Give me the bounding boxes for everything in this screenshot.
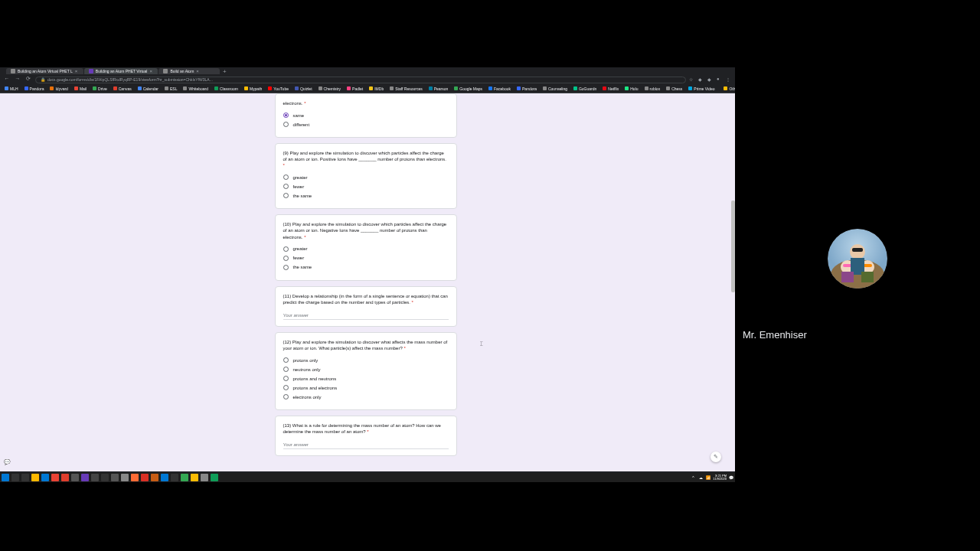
radio-icon[interactable] — [283, 394, 289, 399]
app-icon[interactable] — [171, 474, 178, 481]
tab-2[interactable]: Build an Atom × — [158, 68, 220, 74]
presenter-avatar[interactable] — [828, 229, 887, 289]
bookmark-item[interactable]: Pandora — [23, 86, 46, 91]
app-icon[interactable] — [141, 474, 149, 481]
extension-icon[interactable]: ◆ — [698, 77, 704, 83]
radio-option[interactable]: protons only — [283, 357, 449, 363]
app-icon[interactable] — [111, 474, 119, 481]
back-icon[interactable]: ← — [3, 76, 11, 83]
reload-icon[interactable]: ⟳ — [24, 76, 32, 83]
app-icon[interactable] — [211, 474, 218, 481]
wifi-icon[interactable]: 📶 — [706, 475, 710, 480]
app-icon[interactable] — [201, 474, 208, 481]
radio-icon[interactable] — [283, 174, 289, 180]
start-button[interactable] — [2, 474, 9, 481]
radio-icon[interactable] — [283, 112, 289, 118]
radio-icon[interactable] — [283, 193, 289, 198]
task-view-icon[interactable] — [21, 474, 29, 481]
search-icon[interactable] — [11, 474, 19, 481]
notification-icon[interactable]: 💬 — [729, 475, 733, 480]
bookmark-item[interactable]: roblox — [643, 86, 662, 91]
app-icon[interactable] — [81, 474, 89, 481]
bookmark-item[interactable]: YouTube — [266, 86, 290, 91]
form-scroll[interactable]: electrons. * same different (9) Play and… — [0, 93, 731, 471]
radio-icon[interactable] — [283, 265, 289, 270]
close-icon[interactable]: × — [149, 70, 153, 73]
tab-1[interactable]: Building an Atom PHET Virtual × — [84, 68, 158, 74]
app-icon[interactable] — [61, 474, 69, 481]
forward-icon[interactable]: → — [14, 76, 21, 83]
other-bookmarks[interactable]: Other bookmarks — [722, 86, 735, 91]
radio-icon[interactable] — [283, 367, 289, 372]
bookmark-item[interactable]: Pearson — [427, 86, 450, 91]
app-icon[interactable] — [121, 474, 129, 481]
bookmark-item[interactable]: IMDb — [368, 86, 385, 91]
bookmark-item[interactable]: Classroom — [213, 86, 240, 91]
onedrive-icon[interactable]: ☁ — [699, 475, 704, 480]
bookmark-item[interactable]: ESL — [163, 86, 178, 91]
radio-option[interactable]: neutrons only — [283, 367, 449, 372]
app-icon[interactable] — [161, 474, 168, 481]
radio-option[interactable]: the same — [283, 193, 449, 198]
tab-0[interactable]: Building an Atom Virtual PHET L × — [6, 68, 83, 74]
bookmark-item[interactable]: Chemistry — [317, 86, 343, 91]
radio-icon[interactable] — [283, 122, 289, 127]
app-icon[interactable] — [131, 474, 139, 481]
app-icon[interactable] — [151, 474, 158, 481]
app-icon[interactable] — [181, 474, 188, 481]
new-tab-button[interactable]: + — [220, 68, 228, 75]
bookmark-item[interactable]: Drive — [91, 86, 109, 91]
bookmark-item[interactable]: Canvas — [112, 86, 133, 91]
app-icon[interactable] — [191, 474, 198, 481]
bookmark-item[interactable]: Quizlet — [293, 86, 314, 91]
bookmark-item[interactable]: Padlet — [345, 86, 364, 91]
radio-option[interactable]: greater — [283, 246, 449, 252]
radio-option[interactable]: electrons only — [283, 394, 449, 399]
bookmark-item[interactable]: Mail — [73, 86, 88, 91]
bookmark-item[interactable]: Facebook — [487, 86, 512, 91]
radio-option[interactable]: the same — [283, 265, 449, 270]
bookmark-item[interactable]: Prime Video — [687, 86, 716, 91]
bookmark-item[interactable]: GoGuardn — [572, 86, 598, 91]
app-icon[interactable] — [101, 474, 109, 481]
radio-icon[interactable] — [283, 357, 289, 363]
radio-icon[interactable] — [283, 376, 289, 381]
answer-input[interactable]: Your answer — [283, 311, 449, 320]
bookmark-item[interactable]: Chess — [665, 86, 684, 91]
bookmark-item[interactable]: MLH — [3, 86, 20, 91]
radio-icon[interactable] — [283, 256, 289, 261]
bookmark-item[interactable]: Idyvard — [48, 86, 69, 91]
bookmark-item[interactable]: Counseling — [541, 86, 569, 91]
url-input[interactable]: 🔒 docs.google.com/forms/d/e/1FAIpQLSfRcd… — [35, 77, 686, 83]
menu-icon[interactable]: ⋮ — [726, 77, 732, 83]
answer-input[interactable]: Your answer — [283, 441, 449, 449]
bookmark-item[interactable]: Mypath — [243, 86, 263, 91]
radio-option[interactable]: fewer — [283, 184, 449, 189]
close-icon[interactable]: × — [196, 70, 200, 73]
radio-option[interactable]: different — [283, 122, 449, 127]
radio-icon[interactable] — [283, 385, 289, 390]
radio-option[interactable]: same — [283, 112, 449, 118]
bookmark-item[interactable]: Staff Resources — [388, 86, 423, 91]
close-icon[interactable]: × — [75, 70, 79, 73]
star-icon[interactable]: ☆ — [689, 77, 695, 83]
app-icon[interactable] — [91, 474, 99, 481]
bookmark-item[interactable]: Hulu — [623, 86, 639, 91]
chat-icon[interactable]: 💬 — [4, 459, 10, 465]
radio-option[interactable]: fewer — [283, 256, 449, 261]
extension-icon[interactable]: ◆ — [707, 77, 714, 83]
bookmark-item[interactable]: Whiteboard — [181, 86, 210, 91]
radio-option[interactable]: protons and neutrons — [283, 376, 449, 381]
bookmark-item[interactable]: Netflix — [601, 86, 620, 91]
radio-option[interactable]: protons and electrons — [283, 385, 449, 390]
edit-fab[interactable]: ✎ — [710, 452, 721, 462]
radio-icon[interactable] — [283, 246, 289, 252]
file-explorer-icon[interactable] — [31, 474, 39, 481]
clock[interactable]: 3:21 PM 11/9/2020 — [713, 474, 727, 481]
chevron-up-icon[interactable]: ^ — [692, 475, 697, 480]
edge-icon[interactable] — [41, 474, 49, 481]
radio-icon[interactable] — [283, 184, 289, 189]
bookmark-item[interactable]: Google Maps — [452, 86, 484, 91]
chrome-icon[interactable] — [51, 474, 59, 481]
bookmark-item[interactable]: Pandora — [515, 86, 538, 91]
